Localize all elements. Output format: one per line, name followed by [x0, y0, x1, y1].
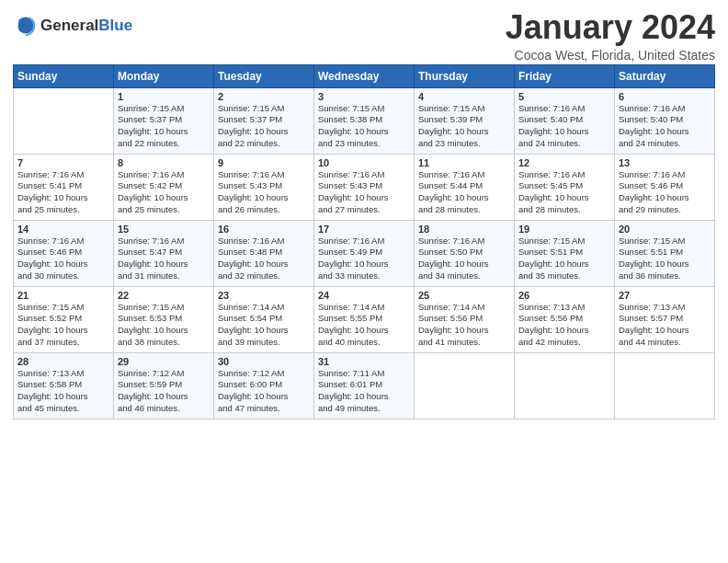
day-info: Sunrise: 7:16 AM Sunset: 5:42 PM Dayligh…: [118, 169, 210, 216]
calendar-cell: 12Sunrise: 7:16 AM Sunset: 5:45 PM Dayli…: [515, 154, 615, 220]
title-block: January 2024 Cocoa West, Florida, United…: [506, 9, 715, 63]
day-info: Sunrise: 7:13 AM Sunset: 5:58 PM Dayligh…: [17, 368, 109, 415]
calendar-cell: 5Sunrise: 7:16 AM Sunset: 5:40 PM Daylig…: [515, 87, 615, 154]
day-number: 18: [418, 224, 510, 235]
day-info: Sunrise: 7:15 AM Sunset: 5:38 PM Dayligh…: [318, 103, 410, 150]
day-number: 5: [518, 91, 610, 102]
calendar-cell: 8Sunrise: 7:16 AM Sunset: 5:42 PM Daylig…: [114, 154, 214, 220]
calendar-cell: 1Sunrise: 7:15 AM Sunset: 5:37 PM Daylig…: [114, 87, 214, 154]
calendar-cell: 29Sunrise: 7:12 AM Sunset: 5:59 PM Dayli…: [114, 352, 214, 419]
day-info: Sunrise: 7:16 AM Sunset: 5:45 PM Dayligh…: [518, 169, 610, 216]
day-info: Sunrise: 7:14 AM Sunset: 5:54 PM Dayligh…: [218, 302, 310, 349]
day-info: Sunrise: 7:14 AM Sunset: 5:56 PM Dayligh…: [418, 302, 510, 349]
day-info: Sunrise: 7:16 AM Sunset: 5:48 PM Dayligh…: [218, 236, 310, 282]
day-info: Sunrise: 7:11 AM Sunset: 6:01 PM Dayligh…: [318, 368, 410, 415]
day-number: 26: [518, 290, 610, 301]
day-info: Sunrise: 7:12 AM Sunset: 6:00 PM Dayligh…: [218, 368, 310, 415]
calendar-cell: 19Sunrise: 7:15 AM Sunset: 5:51 PM Dayli…: [515, 220, 615, 286]
day-number: 13: [619, 157, 711, 168]
calendar-cell: 26Sunrise: 7:13 AM Sunset: 5:56 PM Dayli…: [515, 286, 615, 352]
logo-blue: Blue: [98, 17, 132, 34]
day-number: 22: [118, 290, 210, 301]
month-title: January 2024: [506, 9, 715, 46]
day-number: 2: [218, 91, 310, 102]
calendar-cell: 17Sunrise: 7:16 AM Sunset: 5:49 PM Dayli…: [314, 220, 415, 286]
calendar-cell: 20Sunrise: 7:15 AM Sunset: 5:51 PM Dayli…: [615, 220, 715, 286]
week-row-1: 1Sunrise: 7:15 AM Sunset: 5:37 PM Daylig…: [14, 87, 715, 154]
col-tuesday: Tuesday: [214, 64, 314, 87]
calendar-cell: 22Sunrise: 7:15 AM Sunset: 5:53 PM Dayli…: [114, 286, 214, 352]
day-info: Sunrise: 7:16 AM Sunset: 5:49 PM Dayligh…: [318, 236, 410, 282]
calendar-cell: 11Sunrise: 7:16 AM Sunset: 5:44 PM Dayli…: [415, 154, 515, 220]
calendar-table: Sunday Monday Tuesday Wednesday Thursday…: [13, 64, 715, 419]
header-row: Sunday Monday Tuesday Wednesday Thursday…: [14, 64, 715, 87]
calendar-cell: 27Sunrise: 7:13 AM Sunset: 5:57 PM Dayli…: [615, 286, 715, 352]
day-info: Sunrise: 7:14 AM Sunset: 5:55 PM Dayligh…: [318, 302, 410, 349]
week-row-5: 28Sunrise: 7:13 AM Sunset: 5:58 PM Dayli…: [14, 352, 715, 419]
day-number: 21: [17, 290, 109, 301]
day-info: Sunrise: 7:15 AM Sunset: 5:37 PM Dayligh…: [118, 103, 210, 150]
col-wednesday: Wednesday: [314, 64, 415, 87]
col-thursday: Thursday: [415, 64, 515, 87]
day-number: 19: [518, 224, 610, 235]
day-number: 6: [619, 91, 711, 102]
day-info: Sunrise: 7:16 AM Sunset: 5:43 PM Dayligh…: [218, 169, 310, 216]
day-number: 23: [218, 290, 310, 301]
day-number: 8: [118, 157, 210, 168]
calendar-cell: 23Sunrise: 7:14 AM Sunset: 5:54 PM Dayli…: [214, 286, 314, 352]
day-info: Sunrise: 7:16 AM Sunset: 5:44 PM Dayligh…: [418, 169, 510, 216]
day-number: 28: [17, 356, 109, 367]
day-number: 9: [218, 157, 310, 168]
day-info: Sunrise: 7:16 AM Sunset: 5:43 PM Dayligh…: [318, 169, 410, 216]
day-info: Sunrise: 7:16 AM Sunset: 5:50 PM Dayligh…: [418, 236, 510, 282]
day-info: Sunrise: 7:16 AM Sunset: 5:46 PM Dayligh…: [17, 236, 109, 282]
day-number: 31: [318, 356, 410, 367]
week-row-2: 7Sunrise: 7:16 AM Sunset: 5:41 PM Daylig…: [14, 154, 715, 220]
day-info: Sunrise: 7:16 AM Sunset: 5:41 PM Dayligh…: [17, 169, 109, 216]
day-number: 15: [118, 224, 210, 235]
day-number: 29: [118, 356, 210, 367]
col-saturday: Saturday: [615, 64, 715, 87]
calendar-cell: 13Sunrise: 7:16 AM Sunset: 5:46 PM Dayli…: [615, 154, 715, 220]
day-info: Sunrise: 7:12 AM Sunset: 5:59 PM Dayligh…: [118, 368, 210, 415]
calendar-cell: 6Sunrise: 7:16 AM Sunset: 5:40 PM Daylig…: [615, 87, 715, 154]
day-number: 27: [619, 290, 711, 301]
week-row-4: 21Sunrise: 7:15 AM Sunset: 5:52 PM Dayli…: [14, 286, 715, 352]
day-number: 7: [17, 157, 109, 168]
calendar-cell: 16Sunrise: 7:16 AM Sunset: 5:48 PM Dayli…: [214, 220, 314, 286]
calendar-cell: 4Sunrise: 7:15 AM Sunset: 5:39 PM Daylig…: [415, 87, 515, 154]
day-info: Sunrise: 7:15 AM Sunset: 5:37 PM Dayligh…: [218, 103, 310, 150]
day-number: 20: [619, 224, 711, 235]
day-number: 14: [17, 224, 109, 235]
col-sunday: Sunday: [14, 64, 114, 87]
day-number: 1: [118, 91, 210, 102]
calendar-cell: 21Sunrise: 7:15 AM Sunset: 5:52 PM Dayli…: [14, 286, 114, 352]
location: Cocoa West, Florida, United States: [506, 48, 715, 63]
calendar-cell: 31Sunrise: 7:11 AM Sunset: 6:01 PM Dayli…: [314, 352, 415, 419]
day-number: 11: [418, 157, 510, 168]
day-info: Sunrise: 7:15 AM Sunset: 5:39 PM Dayligh…: [418, 103, 510, 150]
week-row-3: 14Sunrise: 7:16 AM Sunset: 5:46 PM Dayli…: [14, 220, 715, 286]
calendar-cell: 24Sunrise: 7:14 AM Sunset: 5:55 PM Dayli…: [314, 286, 415, 352]
day-number: 3: [318, 91, 410, 102]
calendar-cell: 15Sunrise: 7:16 AM Sunset: 5:47 PM Dayli…: [114, 220, 214, 286]
day-number: 10: [318, 157, 410, 168]
calendar-cell: 25Sunrise: 7:14 AM Sunset: 5:56 PM Dayli…: [415, 286, 515, 352]
day-info: Sunrise: 7:16 AM Sunset: 5:47 PM Dayligh…: [118, 236, 210, 282]
page-container: GeneralBlue January 2024 Cocoa West, Flo…: [0, 0, 728, 425]
col-monday: Monday: [114, 64, 214, 87]
day-number: 30: [218, 356, 310, 367]
calendar-cell: 18Sunrise: 7:16 AM Sunset: 5:50 PM Dayli…: [415, 220, 515, 286]
col-friday: Friday: [515, 64, 615, 87]
calendar-cell: [615, 352, 715, 419]
day-number: 24: [318, 290, 410, 301]
logo-general: General: [40, 17, 98, 34]
day-info: Sunrise: 7:15 AM Sunset: 5:51 PM Dayligh…: [518, 236, 610, 282]
logo-text: GeneralBlue: [40, 17, 132, 35]
calendar-cell: 14Sunrise: 7:16 AM Sunset: 5:46 PM Dayli…: [14, 220, 114, 286]
day-info: Sunrise: 7:15 AM Sunset: 5:51 PM Dayligh…: [619, 236, 711, 282]
day-info: Sunrise: 7:13 AM Sunset: 5:56 PM Dayligh…: [518, 302, 610, 349]
day-number: 17: [318, 224, 410, 235]
calendar-cell: [415, 352, 515, 419]
calendar-cell: 10Sunrise: 7:16 AM Sunset: 5:43 PM Dayli…: [314, 154, 415, 220]
